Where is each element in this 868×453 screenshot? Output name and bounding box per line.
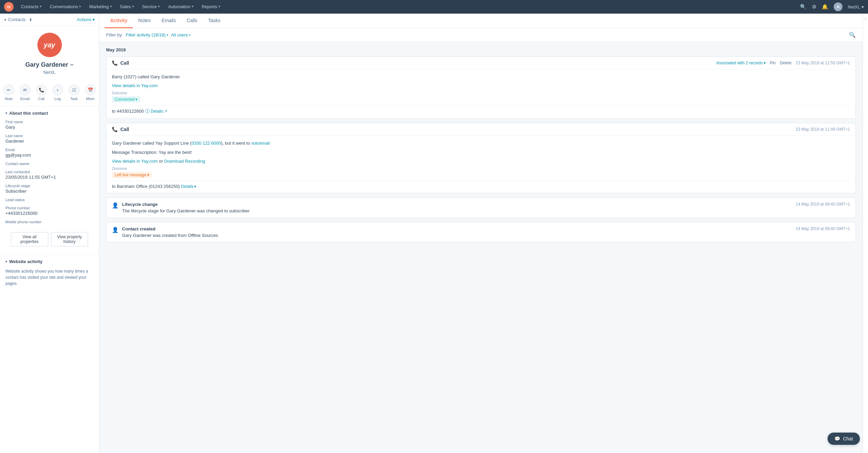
settings-icon[interactable]: ⚙ (812, 4, 816, 10)
all-users-filter-button[interactable]: All users ▾ (171, 32, 191, 37)
contact-name: Gary Gardener ✏ (5, 61, 93, 68)
search-icon[interactable]: 🔍 (800, 4, 806, 10)
call-2-outcome-badge[interactable]: Left live message ▾ (112, 172, 152, 178)
view-all-properties-button[interactable]: View all properties (11, 232, 48, 246)
back-arrow-icon: ◂ (4, 17, 6, 22)
tab-activity[interactable]: Activity (105, 14, 133, 28)
tab-emails[interactable]: Emails (156, 14, 181, 28)
website-activity-section: ▾ Website activity Website activity show… (0, 255, 99, 291)
call-1-details-link[interactable]: Details ↗ (151, 109, 167, 114)
hubspot-logo[interactable]: H (4, 2, 14, 12)
nav-conversations[interactable]: Conversations▾ (46, 0, 84, 14)
call-1-delete-button[interactable]: Delete (780, 61, 792, 65)
contact-sidebar: ◂ Contacts ⬇ Actions ▾ yay Gary Gardener… (0, 14, 99, 453)
website-activity-description: Website activity shows you how many time… (5, 268, 93, 287)
field-contact-owner: Contact owner (5, 162, 93, 166)
meet-icon: 📅 (85, 84, 96, 95)
lifecycle-icon: 👤 (112, 202, 119, 209)
tabs-bar: Activity Notes Emails Calls Tasks (99, 14, 863, 28)
field-first-name: First name Gary (5, 120, 93, 130)
nav-service[interactable]: Service▾ (139, 0, 163, 14)
outcome-caret-icon: ▾ (135, 97, 137, 102)
call-2-text-post: ), but it went to (221, 141, 251, 146)
tab-notes[interactable]: Notes (133, 14, 156, 28)
contact-created-content: Contact created 14 May 2019 at 09:40 GMT… (122, 226, 850, 238)
nav-sales[interactable]: Sales▾ (117, 0, 138, 14)
actions-menu[interactable]: Actions ▾ (77, 17, 95, 22)
about-section: ▾ About this contact First name Gary Las… (0, 107, 99, 255)
month-header: May 2019 (106, 47, 856, 52)
call-2-details-caret-icon: ▾ (194, 184, 196, 189)
call-1-header: 📞 Call Associated with 2 records ▾ Pin D… (106, 57, 855, 69)
nav-reports[interactable]: Reports▾ (198, 0, 224, 14)
chat-bubble-icon: 💬 (834, 436, 840, 441)
call-button[interactable]: 📞 Call (36, 84, 47, 101)
filter-activity-caret-icon: ▾ (167, 33, 168, 37)
right-panel-collapse-button[interactable]: › (863, 14, 868, 453)
contact-action-buttons: ✏ Note ✉ Email 📞 Call + Log ☑ Task 📅 Mee (0, 80, 99, 107)
call-2-details-link[interactable]: Details ▾ (181, 184, 197, 189)
contact-created-timestamp: 14 May 2019 at 09:40 GMT+1 (796, 226, 850, 231)
top-navigation: H Contacts▾ Conversations▾ Marketing▾ Sa… (0, 0, 868, 14)
user-avatar[interactable]: N (834, 2, 843, 11)
call-2-voicemail-link[interactable]: voicemail (251, 141, 270, 146)
call-activity-card-1: 📞 Call Associated with 2 records ▾ Pin D… (106, 56, 856, 119)
call-2-timestamp: 23 May 2019 at 11:49 GMT+1 (796, 127, 850, 132)
account-menu[interactable]: NetXL▾ (848, 4, 864, 10)
content-area: Activity Notes Emails Calls Tasks Filter… (99, 14, 863, 453)
call-1-view-details-link[interactable]: View details in Yay.com (112, 83, 158, 88)
call-1-number-icon: ⓘ (145, 109, 150, 114)
filter-activity-button[interactable]: Filter activity (18/18) ▾ (126, 32, 168, 37)
nav-contacts[interactable]: Contacts▾ (18, 0, 45, 14)
nav-marketing[interactable]: Marketing▾ (86, 0, 115, 14)
activity-search-icon[interactable]: 🔍 (849, 32, 856, 38)
tab-calls[interactable]: Calls (181, 14, 203, 28)
log-button[interactable]: + Log (52, 84, 63, 101)
field-last-name: Last name Gardener (5, 134, 93, 144)
website-activity-collapse-icon: ▾ (5, 260, 7, 263)
call-2-meta: 23 May 2019 at 11:49 GMT+1 (796, 127, 850, 132)
chat-button[interactable]: 💬 Chat (828, 433, 860, 445)
tab-tasks[interactable]: Tasks (203, 14, 226, 28)
field-mobile-phone: Mobile phone number (5, 220, 93, 224)
back-to-contacts[interactable]: ◂ Contacts ⬇ (4, 17, 32, 22)
call-2-outcome-value: Left live message ▾ (112, 172, 152, 178)
call-2-outcome-caret-icon: ▾ (147, 173, 149, 177)
meet-button[interactable]: 📅 Meet (85, 84, 96, 101)
field-last-contacted: Last contacted 23/05/2019 11:55 GMT+1 (5, 170, 93, 180)
svg-text:H: H (7, 4, 10, 10)
lifecycle-title: Lifecycle change (122, 202, 796, 207)
email-button[interactable]: ✉ Email (20, 84, 31, 101)
call-1-type-label: Call (120, 60, 716, 66)
call-2-view-details-link[interactable]: View details in Yay.com (112, 159, 158, 164)
sidebar-top-bar: ◂ Contacts ⬇ Actions ▾ (0, 14, 99, 26)
field-email: Email gg@yay.com (5, 148, 93, 158)
website-activity-header[interactable]: ▾ Website activity (5, 259, 93, 264)
call-1-outcome-value: Connected ▾ (112, 96, 140, 102)
call-2-to: to Barnham Office (01243 256250) Details… (112, 181, 850, 189)
call-icon: 📞 (36, 84, 47, 95)
about-section-header[interactable]: ▾ About this contact (5, 111, 93, 116)
lifecycle-content: Lifecycle change 14 May 2019 at 09:40 GM… (122, 202, 850, 213)
task-button[interactable]: ☑ Task (69, 84, 80, 101)
nav-automation[interactable]: Automation▾ (165, 0, 197, 14)
call-2-type-label: Call (120, 127, 796, 132)
filter-bar: Filter by: Filter activity (18/18) ▾ All… (99, 28, 863, 42)
call-1-to: to 44330122600 ⓘ Details ↗ (112, 105, 850, 114)
note-icon: ✏ (3, 84, 14, 95)
note-button[interactable]: ✏ Note (3, 84, 14, 101)
view-property-history-button[interactable]: View property history (51, 232, 88, 246)
notifications-icon[interactable]: 🔔 (822, 4, 828, 10)
call-2-phone-link[interactable]: 0330 122 6000 (191, 141, 221, 146)
contact-created-title: Contact created (122, 226, 796, 231)
associated-caret-icon: ▾ (764, 61, 766, 65)
call-2-download-link[interactable]: Download Recording (164, 159, 205, 164)
call-1-outcome-badge[interactable]: Connected ▾ (112, 96, 140, 102)
contact-created-icon: 👤 (112, 227, 119, 233)
main-layout: ◂ Contacts ⬇ Actions ▾ yay Gary Gardener… (0, 14, 868, 453)
edit-contact-icon[interactable]: ✏ (70, 63, 74, 67)
call-1-timestamp: 23 May 2019 at 11:55 GMT+1 (796, 61, 850, 65)
topnav-right-controls: 🔍 ⚙ 🔔 N NetXL▾ (800, 2, 864, 11)
call-1-associated-button[interactable]: Associated with 2 records ▾ (716, 61, 766, 65)
call-1-pin-button[interactable]: Pin (770, 61, 776, 65)
